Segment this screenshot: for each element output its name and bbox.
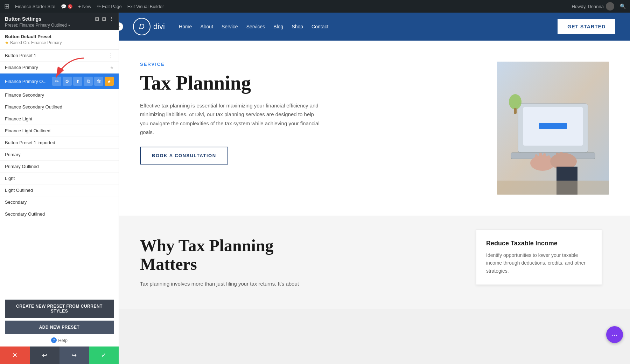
preset-star-button[interactable]: ★ bbox=[105, 77, 114, 86]
preset-item-finance-secondary[interactable]: Finance Secondary bbox=[0, 89, 119, 101]
get-started-button[interactable]: GET STARTED bbox=[557, 18, 616, 35]
preset-item-primary[interactable]: Primary bbox=[0, 149, 119, 161]
svg-rect-19 bbox=[497, 181, 609, 195]
svg-rect-13 bbox=[560, 152, 563, 162]
preset-duplicate-button[interactable]: ⧉ bbox=[84, 77, 93, 86]
resize-handle[interactable]: ↔ bbox=[119, 22, 123, 31]
why-section: Why Tax Planning Matters Tax planning in… bbox=[119, 216, 630, 309]
nav-link-home[interactable]: Home bbox=[179, 24, 192, 29]
service-image bbox=[497, 62, 609, 195]
redo-button[interactable]: ↪ bbox=[59, 346, 89, 364]
star-icon: ★ bbox=[5, 40, 9, 45]
nav-link-about[interactable]: About bbox=[200, 24, 213, 29]
preset-edit-button[interactable]: ✏ bbox=[52, 77, 61, 86]
preset-item-finance-primary[interactable]: Finance Primary ★ bbox=[0, 62, 119, 74]
preset-item-finance-light-outlined[interactable]: Finance Light Outlined bbox=[0, 125, 119, 137]
preset-item-secondary[interactable]: Secondary bbox=[0, 196, 119, 208]
section-title: Tax Planning bbox=[140, 72, 476, 94]
fab-icon: ··· bbox=[612, 331, 618, 339]
nav-link-service[interactable]: Service bbox=[222, 24, 238, 29]
default-preset-title: Button Default Preset bbox=[5, 34, 114, 39]
logo-text: divi bbox=[153, 22, 165, 31]
default-preset-box: Button Default Preset ★ Based On: Financ… bbox=[0, 30, 119, 50]
new-button[interactable]: + New bbox=[78, 4, 91, 9]
preset-item-light-outlined[interactable]: Light Outlined bbox=[0, 184, 119, 196]
panel-title: Button Settings ⊞ ⊟ ⋮ bbox=[5, 16, 114, 22]
reduce-card-text: Identify opportunities to lower your tax… bbox=[486, 251, 592, 275]
add-preset-button[interactable]: ADD NEW PRESET bbox=[5, 321, 114, 334]
svg-rect-10 bbox=[543, 153, 546, 163]
site-name[interactable]: Finance Starter Site bbox=[15, 4, 55, 9]
default-preset-based: ★ Based On: Finance Primary bbox=[5, 40, 114, 45]
create-preset-button[interactable]: CREATE NEW PRESET FROM CURRENT STYLES bbox=[5, 300, 114, 318]
three-dot-icon[interactable]: ⋮ bbox=[108, 52, 114, 59]
reduce-taxable-card: Reduce Taxable Income Identify opportuni… bbox=[476, 230, 602, 285]
consultation-button[interactable]: BOOK A CONSULTATION bbox=[140, 147, 228, 164]
wp-admin-bar: ⊞ Finance Starter Site 💬 0 + New ✏ Edit … bbox=[0, 0, 630, 13]
svg-rect-14 bbox=[564, 153, 567, 162]
site-logo: D divi bbox=[133, 18, 165, 35]
active-preset-toolbar: ✏ ⚙ ⬆ ⧉ 🗑 ★ bbox=[52, 77, 114, 86]
preset-item-light[interactable]: Light bbox=[0, 173, 119, 184]
bottom-bar: ✕ ↩ ↪ ✓ bbox=[0, 346, 119, 364]
preset-item-button-preset-1[interactable]: Button Preset 1 ⋮ bbox=[0, 50, 119, 62]
undo-button[interactable]: ↩ bbox=[30, 346, 59, 364]
preset-star-icon: ★ bbox=[110, 65, 114, 70]
exit-builder-button[interactable]: Exit Visual Builder bbox=[127, 4, 164, 9]
user-avatar bbox=[606, 2, 614, 10]
comment-icon[interactable]: 💬 0 bbox=[61, 4, 73, 9]
reduce-card-title: Reduce Taxable Income bbox=[486, 240, 592, 247]
svg-rect-8 bbox=[535, 154, 538, 164]
preset-item-finance-light[interactable]: Finance Light bbox=[0, 113, 119, 125]
svg-rect-4 bbox=[539, 123, 567, 129]
preset-list: Button Preset 1 ⋮ Finance Primary ★ Fina… bbox=[0, 50, 119, 296]
why-title: Why Tax Planning Matters bbox=[140, 237, 315, 274]
nav-links: Home About Service Services Blog Shop Co… bbox=[179, 24, 557, 29]
left-panel: Button Settings ⊞ ⊟ ⋮ Preset: Finance Pr… bbox=[0, 13, 119, 364]
nav-link-services[interactable]: Services bbox=[246, 24, 265, 29]
site-nav: D divi Home About Service Services Blog … bbox=[119, 13, 630, 41]
help-icon: ? bbox=[51, 337, 57, 343]
svg-rect-18 bbox=[514, 108, 517, 114]
service-section: SERVICE Tax Planning Effective tax plann… bbox=[119, 41, 630, 216]
panel-header-icons: ⊞ ⊟ ⋮ bbox=[95, 16, 114, 22]
preset-settings-button[interactable]: ⚙ bbox=[63, 77, 72, 86]
edit-page-button[interactable]: ✏ Edit Page bbox=[97, 4, 122, 9]
svg-rect-11 bbox=[547, 155, 550, 163]
panel-icon-layout[interactable]: ⊟ bbox=[102, 16, 106, 22]
fab-button[interactable]: ··· bbox=[606, 326, 623, 343]
preset-delete-button[interactable]: 🗑 bbox=[94, 77, 103, 86]
svg-rect-9 bbox=[539, 153, 542, 163]
panel-icon-grid[interactable]: ⊞ bbox=[95, 16, 99, 22]
svg-point-17 bbox=[509, 94, 522, 110]
preset-item-primary-outlined[interactable]: Primary Outlined bbox=[0, 161, 119, 173]
wp-logo-icon[interactable]: ⊞ bbox=[4, 2, 9, 10]
preset-export-button[interactable]: ⬆ bbox=[73, 77, 82, 86]
preset-item-finance-primary-outlined[interactable]: Finance Primary O... ✏ ⚙ ⬆ ⧉ 🗑 ★ bbox=[0, 74, 119, 89]
right-content: D divi Home About Service Services Blog … bbox=[119, 13, 630, 364]
svg-rect-12 bbox=[556, 153, 559, 163]
preset-item-button-preset-1-imported[interactable]: Button Preset 1 imported bbox=[0, 137, 119, 149]
preset-item-secondary-outlined[interactable]: Secondary Outlined bbox=[0, 208, 119, 220]
section-right bbox=[497, 62, 609, 195]
section-left: SERVICE Tax Planning Effective tax plann… bbox=[140, 62, 476, 164]
section-tag: SERVICE bbox=[140, 62, 476, 67]
panel-icon-more[interactable]: ⋮ bbox=[109, 16, 114, 22]
help-link[interactable]: ? Help bbox=[5, 337, 114, 343]
preset-item-finance-secondary-outlined[interactable]: Finance Secondary Outlined bbox=[0, 101, 119, 113]
confirm-button[interactable]: ✓ bbox=[89, 346, 119, 364]
panel-subtitle[interactable]: Preset: Finance Primary Outlined ▾ bbox=[5, 23, 114, 28]
panel-footer: CREATE NEW PRESET FROM CURRENT STYLES AD… bbox=[0, 296, 119, 346]
panel-header: Button Settings ⊞ ⊟ ⋮ Preset: Finance Pr… bbox=[0, 13, 119, 30]
cancel-button[interactable]: ✕ bbox=[0, 346, 30, 364]
preset-dropdown-arrow: ▾ bbox=[68, 23, 70, 27]
logo-circle: D bbox=[133, 18, 150, 35]
nav-link-blog[interactable]: Blog bbox=[273, 24, 283, 29]
svg-rect-15 bbox=[568, 154, 571, 162]
admin-search-icon[interactable]: 🔍 bbox=[620, 4, 626, 9]
nav-link-contact[interactable]: Contact bbox=[312, 24, 328, 29]
howdy-text: Howdy, Deanna bbox=[572, 2, 614, 10]
nav-link-shop[interactable]: Shop bbox=[292, 24, 303, 29]
section-description: Effective tax planning is essential for … bbox=[140, 101, 322, 137]
why-text: Tax planning involves more than just fil… bbox=[140, 279, 315, 288]
